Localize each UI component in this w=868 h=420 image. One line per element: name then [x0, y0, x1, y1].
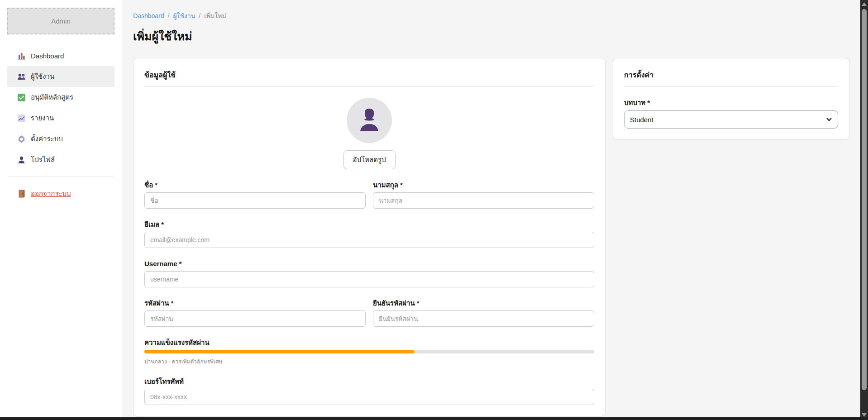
password-strength-helper: ปานกลาง - ควรเพิ่มตัวอักษรพิเศษ	[144, 357, 594, 366]
password-input[interactable]	[144, 310, 366, 327]
profile-icon	[17, 156, 26, 164]
password-strength-label: ความแข็งแรงรหัสผ่าน	[144, 338, 594, 348]
confirm-password-label: ยืนยันรหัสผ่าน*	[373, 298, 594, 308]
sidebar-item-reports[interactable]: รายงาน	[7, 108, 114, 129]
confirm-password-input[interactable]	[373, 310, 594, 327]
settings-card: การตั้งค่า บทบาท* Student	[613, 58, 849, 140]
password-strength-bar	[144, 350, 594, 353]
sidebar-item-dashboard[interactable]: Dashboard	[7, 45, 114, 66]
username-input[interactable]	[144, 271, 594, 287]
required-asterisk: *	[400, 181, 403, 189]
required-asterisk: *	[417, 299, 420, 307]
main-content: Dashboard / ผู้ใช้งาน / เพิ่มใหม่ เพิ่มผ…	[122, 0, 860, 420]
report-chart-icon	[17, 114, 26, 123]
sidebar-item-users[interactable]: ผู้ใช้งาน	[7, 66, 114, 87]
sidebar-item-label: อนุมัติหลักสูตร	[31, 92, 73, 103]
users-icon	[17, 72, 26, 81]
phone-input[interactable]	[144, 389, 594, 405]
role-select[interactable]: Student	[624, 110, 838, 129]
cards-row: ข้อมูลผู้ใช้ อัปโหลดรูป ชื่อ* นามสกุล*	[133, 58, 849, 416]
sidebar-item-label: โปรไฟล์	[31, 154, 55, 165]
password-row: รหัสผ่าน* ยืนยันรหัสผ่าน*	[144, 287, 594, 327]
sidebar-item-approve-courses[interactable]: อนุมัติหลักสูตร	[7, 87, 114, 108]
admin-logo-text: Admin	[51, 17, 71, 25]
required-asterisk: *	[161, 220, 164, 228]
sidebar-divider	[8, 177, 114, 177]
sidebar: Admin Dashboard ผู้ใช้งาน อนุมัติหลักสูต…	[0, 0, 122, 420]
sidebar-item-label: Dashboard	[31, 52, 64, 60]
required-asterisk: *	[179, 260, 182, 267]
first-name-label: ชื่อ*	[144, 180, 366, 190]
email-label: อีเมล*	[144, 220, 594, 229]
bottom-edge-bar	[0, 417, 868, 420]
first-name-input[interactable]	[144, 192, 366, 209]
logout-link[interactable]: ออกจากระบบ	[7, 183, 114, 204]
door-icon	[17, 190, 26, 198]
breadcrumb-separator: /	[199, 12, 200, 19]
password-strength-fill	[144, 350, 414, 353]
avatar-section: อัปโหลดรูป	[144, 98, 594, 169]
role-select-wrap: Student	[624, 110, 838, 129]
sidebar-item-system-settings[interactable]: ตั้งค่าระบบ	[7, 129, 114, 149]
breadcrumb-separator: /	[168, 12, 170, 19]
role-label: บทบาท*	[624, 98, 838, 108]
user-info-card-title: ข้อมูลผู้ใช้	[144, 69, 594, 87]
scroll-down-icon[interactable]	[862, 413, 867, 417]
approve-check-icon	[17, 93, 26, 102]
vertical-scrollbar[interactable]	[860, 0, 868, 420]
settings-card-title: การตั้งค่า	[624, 69, 838, 87]
phone-label: เบอร์โทรศัพท์	[144, 377, 594, 387]
user-info-card: ข้อมูลผู้ใช้ อัปโหลดรูป ชื่อ* นามสกุล*	[133, 58, 606, 416]
avatar-person-icon	[358, 108, 381, 133]
required-asterisk: *	[647, 99, 650, 106]
name-row: ชื่อ* นามสกุล*	[144, 169, 594, 209]
scrollbar-thumb[interactable]	[862, 9, 867, 390]
logout-label: ออกจากระบบ	[31, 188, 71, 199]
last-name-input[interactable]	[373, 192, 594, 209]
avatar	[347, 98, 392, 143]
page-title: เพิ่มผู้ใช้ใหม่	[133, 28, 849, 44]
gear-icon	[17, 135, 26, 143]
breadcrumb: Dashboard / ผู้ใช้งาน / เพิ่มใหม่	[133, 11, 849, 21]
required-asterisk: *	[171, 299, 174, 307]
scroll-up-icon[interactable]	[862, 2, 867, 6]
password-label: รหัสผ่าน*	[144, 298, 366, 308]
email-input[interactable]	[144, 232, 594, 248]
sidebar-nav: Dashboard ผู้ใช้งาน อนุมัติหลักสูตร รายง…	[7, 45, 114, 170]
dashboard-icon	[17, 52, 26, 60]
required-asterisk: *	[155, 181, 157, 189]
sidebar-item-profile[interactable]: โปรไฟล์	[7, 149, 114, 170]
last-name-label: นามสกุล*	[373, 180, 594, 190]
sidebar-item-label: รายงาน	[31, 113, 54, 124]
sidebar-item-label: ผู้ใช้งาน	[31, 71, 54, 82]
username-label: Username*	[144, 259, 594, 269]
upload-photo-button[interactable]: อัปโหลดรูป	[343, 150, 396, 169]
breadcrumb-users[interactable]: ผู้ใช้งาน	[173, 11, 195, 21]
breadcrumb-current: เพิ่มใหม่	[204, 11, 226, 21]
admin-logo: Admin	[7, 8, 114, 34]
breadcrumb-dashboard[interactable]: Dashboard	[133, 12, 164, 19]
sidebar-item-label: ตั้งค่าระบบ	[31, 134, 63, 144]
